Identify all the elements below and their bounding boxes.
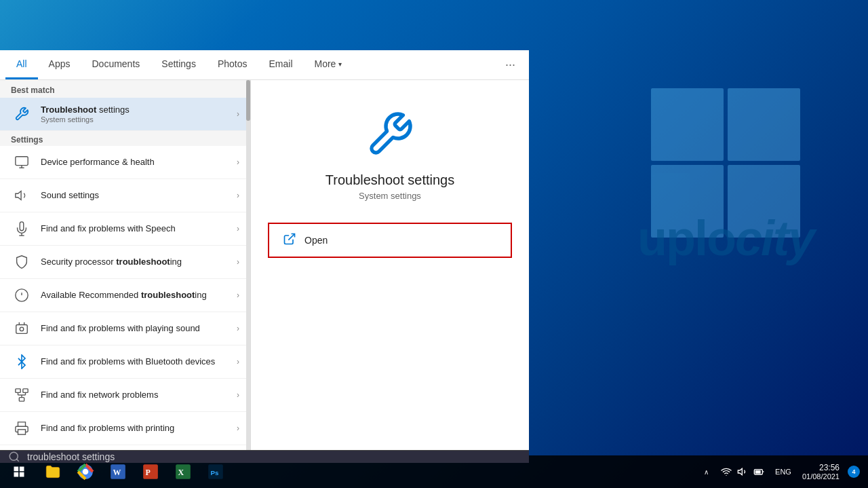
svg-text:P: P [145,468,150,477]
recommend-icon [11,284,33,306]
open-label: Open [304,235,328,246]
result-device-perf-title: Device performance & health [41,157,231,168]
svg-marker-36 [738,468,742,474]
detail-panel: Troubleshoot settings System settings Op… [251,80,529,450]
svg-rect-9 [16,325,28,334]
tab-settings[interactable]: Settings [151,50,207,79]
result-bluetooth-title: Find and fix problems with Bluetooth dev… [41,356,231,368]
search-input[interactable]: troubleshoot settings [27,451,115,462]
result-sound-title: Sound settings [41,190,231,202]
best-match-item[interactable]: Troubleshoot settings System settings › [0,98,250,131]
result-avail-recommend[interactable]: Available Recommended troubleshooting › [0,279,250,312]
result-recording[interactable]: Find and fix problems with recording › [0,445,250,450]
chevron-right-icon-9: › [237,390,239,400]
chevron-down-icon: ▾ [338,60,342,68]
result-security-proc[interactable]: Security processor troubleshooting › [0,246,250,279]
svg-rect-13 [16,389,20,393]
wrench-icon [11,103,33,125]
show-hidden-icons[interactable]: ∧ [699,465,713,478]
chevron-right-icon-10: › [237,424,239,433]
print-icon [11,417,33,439]
tab-documents[interactable]: Documents [81,50,151,79]
tab-all[interactable]: All [5,50,38,79]
result-network-text: Find and fix network problems [41,390,231,401]
svg-rect-0 [16,157,28,166]
best-match-subtitle: System settings [41,115,231,124]
network-tray-icon[interactable] [719,465,733,478]
chevron-right-icon-8: › [237,357,239,367]
result-speech[interactable]: Find and fix problems with Speech › [0,212,250,246]
result-playing-sound-text: Find and fix problems with playing sound [41,323,231,335]
network-icon [11,384,33,406]
battery-tray-icon[interactable] [752,465,766,478]
svg-text:W: W [113,468,121,477]
tab-photos[interactable]: Photos [207,50,258,79]
chevron-right-icon: › [237,109,239,119]
svg-point-27 [83,469,89,475]
scrollbar-track[interactable] [246,80,250,450]
result-speech-title: Find and fix problems with Speech [41,223,231,235]
svg-point-12 [20,327,24,331]
svg-rect-20 [18,430,26,434]
notification-center-button[interactable]: 4 [848,466,860,478]
result-printing[interactable]: Find and fix problems with printing › [0,412,250,445]
language-indicator[interactable]: ENG [772,468,794,476]
result-recommend-text: Available Recommended troubleshooting [41,290,231,301]
search-icon [8,451,20,463]
tab-email[interactable]: Email [258,50,303,79]
result-playing-sound-title: Find and fix problems with playing sound [41,323,231,335]
result-device-perf-text: Device performance & health [41,157,231,168]
open-icon [283,232,296,249]
volume-tray-icon[interactable] [736,465,749,478]
svg-line-25 [16,459,18,461]
detail-subtitle: System settings [359,191,421,201]
svg-rect-15 [19,398,24,402]
security-icon [11,251,33,273]
result-bluetooth-text: Find and fix problems with Bluetooth dev… [41,356,231,368]
search-overlay: All Apps Documents Settings Photos Email… [0,50,529,455]
detail-icon [363,107,417,162]
svg-rect-39 [755,470,761,474]
result-printing-title: Find and fix problems with printing [41,423,231,434]
settings-section-header: Settings [0,131,250,146]
svg-point-24 [9,452,18,460]
date-display: 01/08/2021 [802,472,840,481]
result-sound-text: Sound settings [41,190,231,202]
best-match-text: Troubleshoot settings System settings [41,105,231,124]
svg-marker-3 [16,191,21,200]
open-button[interactable]: Open [268,223,512,258]
system-tray: ∧ ENG 23:56 [699,463,865,481]
sound-icon [11,185,33,206]
chevron-right-icon-2: › [237,157,239,167]
tab-more[interactable]: More ▾ [304,50,353,79]
sys-tray-icons [715,465,770,478]
chevron-right-icon-6: › [237,290,239,300]
result-playing-sound[interactable]: Find and fix problems with playing sound… [0,312,250,345]
more-options-button[interactable]: ··· [497,52,524,77]
svg-text:Ps: Ps [210,469,219,476]
bluetooth-icon [11,351,33,373]
result-network[interactable]: Find and fix network problems › [0,379,250,412]
result-device-perf[interactable]: Device performance & health › [0,146,250,179]
svg-text:X: X [178,468,184,477]
result-sound-settings[interactable]: Sound settings › [0,179,250,212]
device-icon [11,151,33,173]
speech-icon [11,218,33,240]
time-display: 23:56 [802,463,840,472]
clock[interactable]: 23:56 01/08/2021 [797,463,845,481]
tab-apps[interactable]: Apps [38,50,81,79]
uplo-watermark: uplocity [637,210,814,266]
sound-fix-icon [11,318,33,339]
results-panel: Best match Troubleshoot settings System … [0,80,251,450]
search-tabs: All Apps Documents Settings Photos Email… [0,50,529,80]
search-input-bar: troubleshoot settings [0,450,529,463]
svg-rect-14 [23,389,28,393]
result-security-title: Security processor troubleshooting [41,257,231,268]
scrollbar-thumb[interactable] [246,80,250,121]
chevron-right-icon-4: › [237,224,239,233]
result-bluetooth[interactable]: Find and fix problems with Bluetooth dev… [0,345,250,379]
result-recommend-title: Available Recommended troubleshooting [41,290,231,301]
chevron-right-icon-5: › [237,257,239,267]
result-network-title: Find and fix network problems [41,390,231,401]
chevron-right-icon-3: › [237,191,239,200]
